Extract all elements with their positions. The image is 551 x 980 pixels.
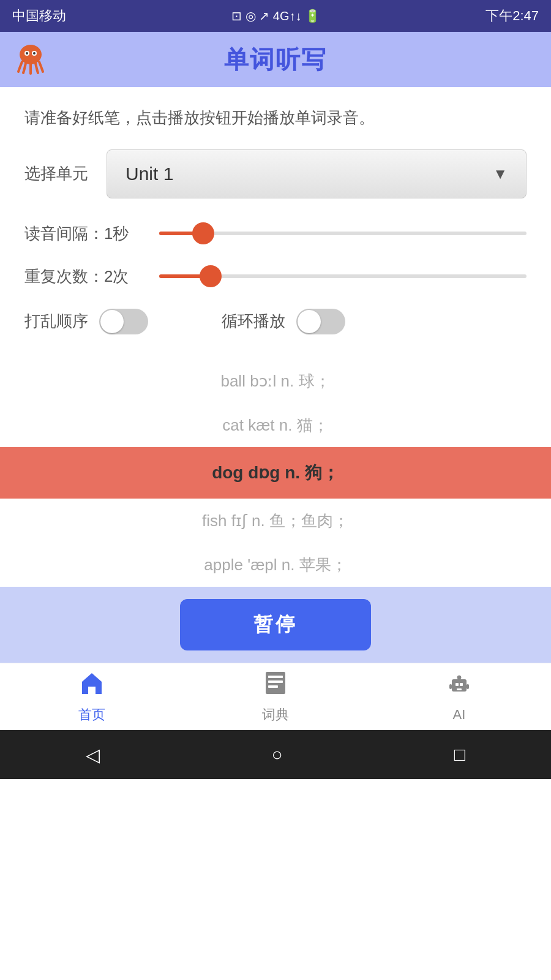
svg-rect-11 xyxy=(460,683,463,686)
unit-dropdown[interactable]: Unit 1 ▼ xyxy=(107,149,527,198)
bottom-nav: 首页 词典 AI xyxy=(0,663,551,730)
nav-item-home[interactable]: 首页 xyxy=(78,669,105,724)
svg-rect-8 xyxy=(268,685,278,688)
bottom-action-area: 暂停 xyxy=(0,587,551,663)
chevron-down-icon: ▼ xyxy=(493,165,508,183)
home-icon xyxy=(78,669,105,702)
nav-item-dictionary[interactable]: 词典 xyxy=(262,669,289,724)
nav-label-dictionary: 词典 xyxy=(262,706,289,724)
svg-point-3 xyxy=(26,52,28,55)
shuffle-label: 打乱顺序 xyxy=(24,311,88,332)
unit-dropdown-value: Unit 1 xyxy=(126,164,173,184)
pause-button[interactable]: 暂停 xyxy=(180,599,371,650)
loop-toggle-group: 循环播放 xyxy=(222,309,345,334)
loop-toggle-knob xyxy=(298,310,321,333)
page-title: 单词听写 xyxy=(224,43,327,77)
repeat-slider[interactable] xyxy=(159,274,527,278)
loop-toggle[interactable] xyxy=(296,309,345,334)
app-logo xyxy=(12,41,49,78)
shuffle-toggle[interactable] xyxy=(99,309,148,334)
nav-label-ai: AI xyxy=(453,707,466,723)
svg-point-16 xyxy=(457,676,461,679)
interval-label: 读音间隔：1秒 xyxy=(24,223,159,244)
unit-selector-label: 选择单元 xyxy=(24,163,88,184)
carrier-label: 中国移动 xyxy=(12,7,66,25)
instruction-text: 请准备好纸笔，点击播放按钮开始播放单词录音。 xyxy=(24,105,527,131)
main-content: 请准备好纸笔，点击播放按钮开始播放单词录音。 选择单元 Unit 1 ▼ 读音间… xyxy=(0,87,551,587)
svg-rect-10 xyxy=(455,683,459,686)
word-item-ball[interactable]: ball bɔːl n. 球； xyxy=(24,359,527,403)
loop-label: 循环播放 xyxy=(222,311,285,332)
status-icons: ⊡ ◎ ↗ 4G↑↓ 🔋 xyxy=(231,9,320,23)
nav-label-home: 首页 xyxy=(78,706,105,724)
back-button[interactable]: ◁ xyxy=(86,744,100,766)
svg-point-4 xyxy=(33,52,36,55)
interval-slider-row: 读音间隔：1秒 xyxy=(24,223,527,244)
svg-rect-7 xyxy=(268,680,283,683)
repeat-slider-thumb[interactable] xyxy=(200,265,222,287)
repeat-label: 重复次数：2次 xyxy=(24,266,159,287)
robot-icon xyxy=(446,671,473,703)
word-list: ball bɔːl n. 球； cat kæt n. 猫； dog dɒg n.… xyxy=(24,359,527,587)
unit-selector-row: 选择单元 Unit 1 ▼ xyxy=(24,149,527,198)
nav-item-ai[interactable]: AI xyxy=(446,671,473,723)
word-item-cat[interactable]: cat kæt n. 猫； xyxy=(24,403,527,447)
svg-rect-12 xyxy=(457,688,462,690)
shuffle-toggle-group: 打乱顺序 xyxy=(24,309,148,334)
home-button[interactable]: ○ xyxy=(271,744,282,765)
shuffle-toggle-knob xyxy=(100,310,124,333)
svg-rect-14 xyxy=(449,684,452,689)
status-bar: 中国移动 ⊡ ◎ ↗ 4G↑↓ 🔋 下午2:47 xyxy=(0,0,551,32)
book-icon xyxy=(262,669,289,702)
time-label: 下午2:47 xyxy=(485,7,539,25)
toggle-row: 打乱顺序 循环播放 xyxy=(24,309,527,334)
interval-slider-thumb[interactable] xyxy=(192,222,214,244)
svg-rect-15 xyxy=(467,684,469,689)
word-item-dog[interactable]: dog dɒg n. 狗； xyxy=(0,447,551,498)
interval-slider[interactable] xyxy=(159,232,527,235)
word-item-fish[interactable]: fish fɪʃ n. 鱼；鱼肉； xyxy=(24,499,527,543)
svg-rect-6 xyxy=(268,676,283,678)
word-item-apple[interactable]: apple 'æpl n. 苹果； xyxy=(24,543,527,587)
header: 单词听写 xyxy=(0,32,551,87)
recents-button[interactable]: □ xyxy=(454,744,465,765)
system-nav-bar: ◁ ○ □ xyxy=(0,730,551,779)
repeat-slider-row: 重复次数：2次 xyxy=(24,266,527,287)
